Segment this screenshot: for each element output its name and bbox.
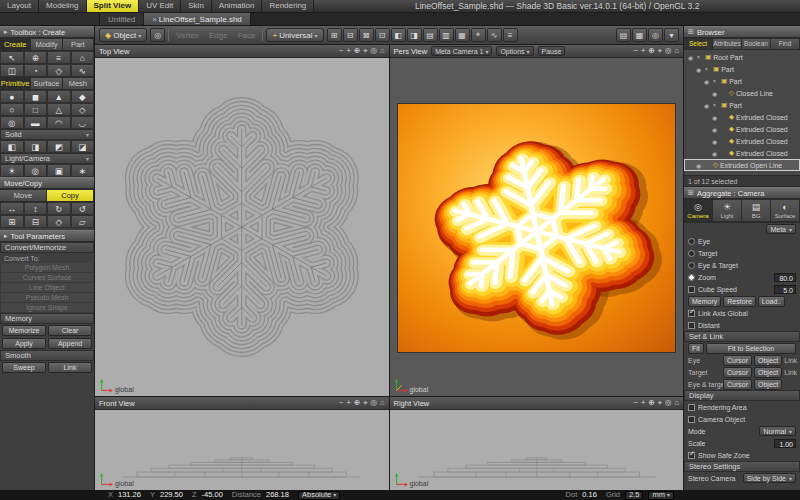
solid-tool-icon[interactable]: ◧ bbox=[0, 140, 24, 153]
axis-mode-label[interactable]: global bbox=[410, 480, 429, 487]
browser-header[interactable]: ⊞ Browser bbox=[684, 26, 800, 38]
toolbar-icon-button[interactable]: ⊟ bbox=[343, 28, 358, 42]
mode-tab[interactable]: Layout bbox=[0, 0, 39, 12]
close-icon[interactable]: × bbox=[152, 15, 157, 24]
checkbox-icon[interactable] bbox=[688, 416, 695, 423]
camera-view-button[interactable]: ◎ bbox=[150, 28, 165, 42]
mode-tab[interactable]: Modeling bbox=[39, 0, 86, 12]
light-camera-section-bar[interactable]: Light/Camera ▾ bbox=[0, 153, 94, 164]
tree-row[interactable]: ◉ ◆ Extruded Closed bbox=[684, 123, 800, 135]
toolbar-icon-button[interactable]: ⌖ bbox=[471, 28, 486, 42]
meta-dropdown[interactable]: Meta ▾ bbox=[766, 224, 796, 234]
link-label[interactable]: Link bbox=[784, 357, 797, 364]
toolbox-section-tab[interactable]: Primitive bbox=[0, 77, 31, 90]
toolbar-icon-button[interactable]: ▤ bbox=[616, 28, 631, 42]
radio-icon[interactable] bbox=[688, 238, 695, 245]
cursor-button[interactable]: Cursor bbox=[723, 355, 752, 366]
tool-icon[interactable]: ↖ bbox=[0, 51, 24, 64]
primitive-tool-icon[interactable]: ◆ bbox=[71, 90, 95, 103]
view-control-icon[interactable]: ⌂ bbox=[674, 46, 679, 56]
memory-button[interactable]: Clear bbox=[48, 325, 92, 336]
collapse-icon[interactable]: ▸ bbox=[4, 28, 8, 36]
fit-to-selection-button[interactable]: Fit to Selection bbox=[706, 343, 796, 354]
aggregate-tab[interactable]: ◎ Camera bbox=[684, 199, 713, 222]
view-control-icon[interactable]: + bbox=[641, 46, 645, 56]
radio-icon[interactable] bbox=[688, 262, 695, 269]
tree-row[interactable]: ◉ ▾ ▣ Part bbox=[684, 99, 800, 111]
primitive-tool-icon[interactable]: △ bbox=[47, 103, 71, 116]
view-control-icon[interactable]: ⌖ bbox=[658, 398, 662, 408]
tool-icon[interactable]: ≡ bbox=[47, 51, 71, 64]
expand-icon[interactable]: ▾ bbox=[713, 78, 719, 84]
browser-tab[interactable]: Select bbox=[684, 38, 713, 50]
expand-icon[interactable]: ▾ bbox=[705, 66, 711, 72]
view-control-icon[interactable]: − bbox=[634, 398, 638, 408]
mode-tab[interactable]: Rendering bbox=[262, 0, 314, 12]
primitive-tool-icon[interactable]: ◠ bbox=[47, 116, 71, 129]
load-button[interactable]: Load.. bbox=[758, 296, 785, 307]
light-tool-icon[interactable]: ▣ bbox=[47, 164, 71, 177]
primitive-tool-icon[interactable]: ◼ bbox=[24, 90, 48, 103]
scale-field[interactable]: 1.00 bbox=[774, 439, 796, 448]
eye-icon[interactable]: ◉ bbox=[702, 102, 711, 109]
view-control-icon[interactable]: ◎ bbox=[665, 46, 672, 56]
view-control-icon[interactable]: ⊕ bbox=[648, 398, 654, 408]
toolbox-header[interactable]: ▸ Toolbox : Create bbox=[0, 26, 94, 38]
expand-icon[interactable]: ▾ bbox=[697, 54, 703, 60]
toolbox-mode-tab[interactable]: Create bbox=[0, 38, 31, 51]
right-view-canvas[interactable]: global bbox=[390, 410, 684, 490]
radio-icon[interactable] bbox=[688, 274, 695, 281]
view-control-icon[interactable]: ⌂ bbox=[674, 398, 679, 408]
selection-mode-button[interactable]: Edge bbox=[205, 29, 232, 42]
move-tool-icon[interactable]: ▱ bbox=[71, 215, 95, 228]
tree-row[interactable]: ◉ ▾ ▣ Part bbox=[684, 75, 800, 87]
mode-tab[interactable]: Animation bbox=[212, 0, 263, 12]
eye-icon[interactable]: ◉ bbox=[694, 162, 703, 169]
primitive-tool-icon[interactable]: ○ bbox=[0, 103, 24, 116]
smooth-button[interactable]: Link bbox=[48, 362, 92, 373]
selection-mode-button[interactable]: Vertex bbox=[172, 29, 203, 42]
eye-icon[interactable]: ◉ bbox=[710, 138, 719, 145]
eye-icon[interactable]: ◉ bbox=[710, 114, 719, 121]
restore-button[interactable]: Restore bbox=[723, 296, 756, 307]
move-tool-icon[interactable]: ⊟ bbox=[24, 215, 48, 228]
view-control-icon[interactable]: ⌂ bbox=[380, 46, 385, 56]
aggregate-tab[interactable]: ▤ BG bbox=[742, 199, 771, 222]
light-tool-icon[interactable]: ☀ bbox=[0, 164, 24, 177]
checkbox-icon[interactable] bbox=[688, 322, 695, 329]
toolbar-icon-button[interactable]: ≡ bbox=[503, 28, 518, 42]
tool-icon[interactable]: ◇ bbox=[47, 64, 71, 77]
aggregate-tab[interactable]: ◐ Surface bbox=[771, 199, 800, 222]
unit-dropdown[interactable]: mm ▾ bbox=[648, 491, 674, 500]
view-control-icon[interactable]: ⌖ bbox=[363, 398, 367, 408]
expand-icon[interactable]: ▾ bbox=[713, 102, 719, 108]
mode-dropdown[interactable]: Normal ▾ bbox=[759, 426, 796, 436]
primitive-tool-icon[interactable]: ● bbox=[0, 90, 24, 103]
axis-mode-label[interactable]: global bbox=[115, 386, 134, 393]
toolbar-icon-button[interactable]: ▥ bbox=[439, 28, 454, 42]
browser-tab[interactable]: Find bbox=[771, 38, 800, 50]
move-copy-tab[interactable]: Copy bbox=[47, 189, 94, 202]
toolbar-icon-button[interactable]: ◧ bbox=[391, 28, 406, 42]
cube-speed-field[interactable]: 5.0 bbox=[774, 285, 796, 294]
tree-row[interactable]: ◉ ◆ Extruded Closed bbox=[684, 111, 800, 123]
object-mode-dropdown[interactable]: ◈ Object ▾ bbox=[99, 28, 147, 42]
memory-button[interactable]: Memorize bbox=[2, 325, 46, 336]
grid-size-field[interactable]: 2.5 bbox=[625, 491, 643, 500]
browser-tab[interactable]: Attributes bbox=[713, 38, 742, 50]
view-control-icon[interactable]: ⌂ bbox=[380, 398, 385, 408]
primitive-tool-icon[interactable]: ◡ bbox=[71, 116, 95, 129]
primitive-tool-icon[interactable]: ◇ bbox=[71, 103, 95, 116]
camera-radio-row[interactable]: Eye bbox=[684, 235, 800, 247]
eye-icon[interactable]: ◉ bbox=[702, 78, 711, 85]
toolbar-icon-button[interactable]: ▦ bbox=[455, 28, 470, 42]
link-label[interactable]: Link bbox=[784, 369, 797, 376]
eye-icon[interactable]: ◉ bbox=[686, 54, 695, 61]
view-control-icon[interactable]: − bbox=[634, 46, 638, 56]
checkbox-icon[interactable] bbox=[688, 310, 695, 317]
move-tool-icon[interactable]: ↕ bbox=[24, 202, 48, 215]
memory-button[interactable]: Append bbox=[48, 338, 92, 349]
move-copy-tab[interactable]: Move bbox=[0, 189, 47, 202]
front-view-canvas[interactable]: global bbox=[95, 410, 389, 490]
object-button[interactable]: Object bbox=[754, 355, 782, 366]
